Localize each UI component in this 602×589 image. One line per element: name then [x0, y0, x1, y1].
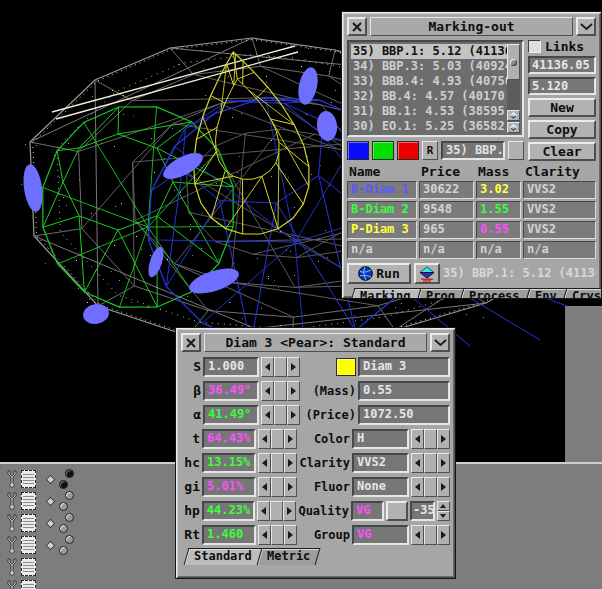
run-button[interactable]: Run — [347, 263, 411, 284]
clarity-field[interactable]: VVS2 — [352, 453, 409, 473]
copy-button[interactable]: Copy — [528, 120, 596, 139]
tab-crystal[interactable]: Crystal — [561, 288, 602, 299]
list-item[interactable]: 31) BB.1: 4.53 (38595.6 — [351, 104, 507, 119]
spin-left-button[interactable] — [258, 525, 271, 545]
radio-dot[interactable] — [59, 480, 68, 489]
scrollbar[interactable] — [507, 44, 520, 133]
value-field-1[interactable]: 41136.05 — [528, 56, 596, 74]
solutions-list[interactable]: 35) BBP.1: 5.12 (41136.0 34) BBP.3: 5.03… — [347, 40, 524, 137]
list-item[interactable]: 35) BBP.1: 5.12 (41136.0 — [351, 44, 507, 59]
param-value-field[interactable]: 64.43% — [202, 429, 256, 449]
cell-price[interactable]: 965 — [419, 221, 474, 239]
spin-left-button[interactable] — [411, 477, 424, 497]
param-value-field[interactable]: 1.000 — [203, 357, 259, 377]
group-field[interactable]: VG — [352, 525, 409, 545]
chevron-down-icon[interactable] — [430, 333, 450, 352]
wrench-icon[interactable] — [6, 536, 18, 554]
quality-offset-field[interactable]: -35 — [410, 501, 435, 521]
param-value-field[interactable]: 5.01% — [202, 477, 256, 497]
close-icon[interactable] — [181, 333, 201, 352]
radio-dot[interactable] — [59, 546, 68, 555]
selection-field[interactable]: 35) BBP.1: 5.1 — [441, 141, 505, 160]
list-item[interactable]: 34) BBP.3: 5.03 (40924. — [351, 59, 507, 74]
radio-dot[interactable] — [65, 491, 74, 500]
cell-mass[interactable]: 0.55 — [476, 221, 521, 239]
blank-button[interactable] — [508, 141, 524, 160]
color-field[interactable]: H — [352, 429, 409, 449]
param-value-field[interactable]: 1.460 — [202, 525, 256, 545]
spin-right-button[interactable] — [437, 477, 450, 497]
spin-left-button[interactable] — [257, 501, 270, 521]
mass-field[interactable]: 0.55 — [358, 381, 450, 401]
spin-mid-button[interactable] — [274, 357, 287, 377]
spin-right-button[interactable] — [437, 453, 450, 473]
wrench-icon[interactable] — [6, 492, 18, 510]
spin-right-button[interactable] — [287, 357, 300, 377]
spin-left-button[interactable] — [411, 453, 424, 473]
list-item[interactable]: 30) EO.1: 5.25 (36582.6 — [351, 119, 507, 134]
cell-clarity[interactable]: VVS2 — [523, 201, 596, 219]
fluor-field[interactable]: None — [352, 477, 409, 497]
param-value-field[interactable]: 44.23% — [202, 501, 255, 521]
close-icon[interactable] — [347, 17, 367, 36]
cell-price[interactable]: n/a — [419, 241, 474, 259]
spin-mid-button[interactable] — [271, 477, 284, 497]
list-icon[interactable] — [21, 536, 36, 554]
param-value-field[interactable]: 41.49° — [203, 405, 259, 425]
list-icon[interactable] — [21, 492, 36, 510]
cell-mass[interactable]: n/a — [476, 241, 521, 259]
r-button[interactable]: R — [422, 141, 438, 160]
diam-color-swatch[interactable] — [336, 358, 356, 376]
color-swatch-green[interactable] — [372, 141, 394, 160]
spin-down-button[interactable] — [437, 511, 450, 521]
spin-left-button[interactable] — [258, 429, 271, 449]
spin-mid-button[interactable] — [271, 525, 284, 545]
tab-metric[interactable]: Metric — [256, 548, 320, 565]
spin-right-button[interactable] — [437, 525, 450, 545]
scroll-down-button[interactable] — [507, 122, 520, 133]
spin-left-button[interactable] — [258, 477, 271, 497]
radio-dot[interactable] — [65, 535, 74, 544]
list-icon[interactable] — [21, 470, 36, 488]
scrollbar-thumb[interactable] — [507, 44, 520, 80]
color-swatch-red[interactable] — [397, 141, 419, 160]
tab-marking[interactable]: Marking — [350, 288, 421, 299]
cell-price[interactable]: 30622 — [419, 181, 474, 199]
spin-mid-button[interactable] — [274, 405, 287, 425]
spin-mid-button[interactable] — [270, 501, 283, 521]
cell-name[interactable]: B-Diam 1 — [347, 181, 417, 199]
spin-right-button[interactable] — [283, 501, 296, 521]
quality-field[interactable]: VG — [351, 501, 384, 521]
cell-mass[interactable]: 3.02 — [476, 181, 521, 199]
spin-mid-button[interactable] — [424, 429, 437, 449]
links-checkbox[interactable] — [528, 40, 541, 53]
spin-mid-button[interactable] — [271, 453, 284, 473]
spin-left-button[interactable] — [261, 381, 274, 401]
radio-dot[interactable] — [65, 469, 74, 478]
gem-button[interactable] — [414, 263, 440, 284]
tab-prog[interactable]: Prog — [415, 288, 465, 299]
spin-left-button[interactable] — [261, 357, 274, 377]
wrench-icon[interactable] — [6, 514, 18, 532]
list-icon[interactable] — [21, 514, 36, 532]
cell-mass[interactable]: 1.55 — [476, 201, 521, 219]
spin-left-button[interactable] — [411, 429, 424, 449]
diam-name-field[interactable]: Diam 3 — [358, 357, 450, 377]
spin-right-button[interactable] — [437, 429, 450, 449]
wrench-icon[interactable] — [6, 580, 18, 589]
color-swatch-blue[interactable] — [347, 141, 369, 160]
spin-right-button[interactable] — [284, 477, 297, 497]
title-bar[interactable]: Diam 3 <Pear>: Standard — [181, 333, 450, 352]
radio-dot[interactable] — [59, 524, 68, 533]
quality-color-button[interactable] — [386, 501, 408, 521]
scroll-up-button[interactable] — [507, 110, 520, 121]
chevron-down-icon[interactable] — [576, 17, 596, 36]
spin-right-button[interactable] — [287, 405, 300, 425]
list-icon[interactable] — [21, 580, 36, 589]
spin-right-button[interactable] — [284, 453, 297, 473]
spin-mid-button[interactable] — [274, 381, 287, 401]
spin-left-button[interactable] — [261, 405, 274, 425]
list-icon[interactable] — [21, 558, 36, 576]
radio-dot[interactable] — [59, 502, 68, 511]
spin-mid-button[interactable] — [424, 453, 437, 473]
